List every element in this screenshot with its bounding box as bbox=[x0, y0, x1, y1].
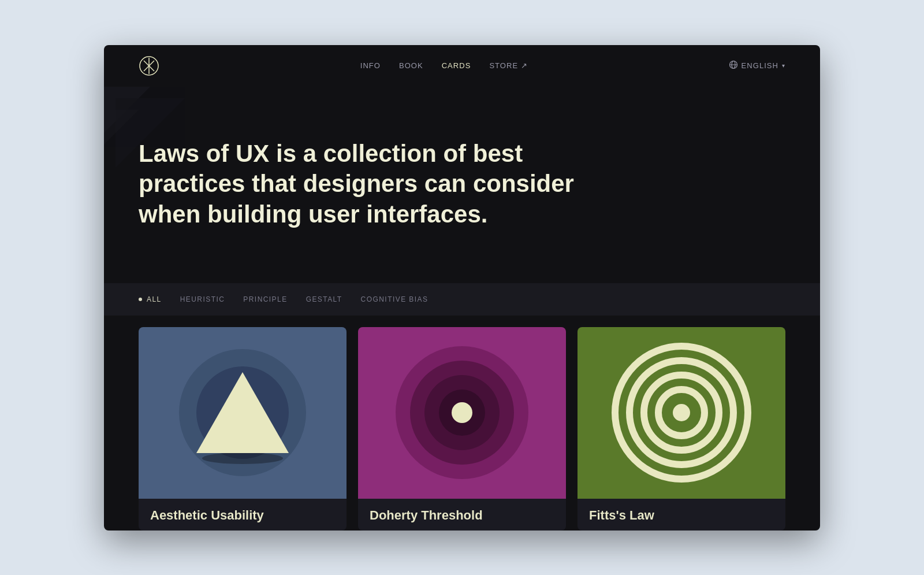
concentric-circles bbox=[387, 337, 537, 488]
card-image-doherty bbox=[358, 327, 566, 499]
filter-label-principle: PRINCIPLE bbox=[243, 295, 287, 303]
nav-right: ENGLISH ▾ bbox=[729, 60, 785, 72]
card-image-fitts bbox=[578, 327, 785, 499]
navigation: INFO BOOK CARDS STORE ↗ ENGLISH ▾ bbox=[104, 45, 820, 87]
bullseye-shape bbox=[606, 337, 757, 488]
filter-bar: ALL HEURISTIC PRINCIPLE GESTALT COGNITIV… bbox=[104, 283, 820, 316]
card-doherty-threshold[interactable]: Doherty Threshold bbox=[358, 327, 566, 531]
filter-label-cognitive-bias: COGNITIVE BIAS bbox=[361, 295, 429, 303]
nav-item-info[interactable]: INFO bbox=[360, 61, 381, 70]
filter-tab-heuristic[interactable]: HEURISTIC bbox=[180, 283, 244, 316]
globe-icon bbox=[729, 60, 738, 72]
language-label: ENGLISH bbox=[742, 61, 778, 70]
language-selector[interactable]: ENGLISH ▾ bbox=[742, 61, 785, 70]
svg-point-14 bbox=[452, 402, 472, 423]
filter-tab-all[interactable]: ALL bbox=[139, 283, 180, 316]
card-image-aesthetic bbox=[139, 327, 346, 499]
card-title-fitts: Fitts's Law bbox=[578, 499, 785, 530]
filter-tab-principle[interactable]: PRINCIPLE bbox=[243, 283, 305, 316]
chevron-down-icon: ▾ bbox=[782, 62, 785, 69]
card-fitts-law[interactable]: Fitts's Law bbox=[578, 327, 785, 531]
hero-section: Laws of UX is a collection of best pract… bbox=[104, 87, 820, 283]
card-title-doherty: Doherty Threshold bbox=[358, 499, 566, 530]
browser-window: INFO BOOK CARDS STORE ↗ ENGLISH ▾ bbox=[104, 45, 820, 531]
nav-item-book[interactable]: BOOK bbox=[399, 61, 423, 70]
filter-tab-gestalt[interactable]: GESTALT bbox=[306, 283, 361, 316]
hero-title: Laws of UX is a collection of best pract… bbox=[139, 139, 612, 230]
nav-item-store[interactable]: STORE ↗ bbox=[489, 61, 527, 70]
cards-grid: Aesthetic Usability Doherty Threshold bbox=[104, 316, 820, 531]
filter-tab-cognitive-bias[interactable]: COGNITIVE BIAS bbox=[361, 283, 447, 316]
card-title-aesthetic: Aesthetic Usability bbox=[139, 499, 346, 530]
filter-label-all: ALL bbox=[147, 295, 162, 303]
filter-label-heuristic: HEURISTIC bbox=[180, 295, 225, 303]
card-aesthetic-usability[interactable]: Aesthetic Usability bbox=[139, 327, 346, 531]
nav-item-cards[interactable]: CARDS bbox=[442, 61, 471, 70]
triangle-shape bbox=[196, 372, 289, 453]
filter-label-gestalt: GESTALT bbox=[306, 295, 342, 303]
svg-point-19 bbox=[673, 404, 690, 421]
nav-links: INFO BOOK CARDS STORE ↗ bbox=[360, 61, 528, 70]
active-dot bbox=[139, 298, 142, 301]
site-logo[interactable] bbox=[139, 55, 159, 76]
